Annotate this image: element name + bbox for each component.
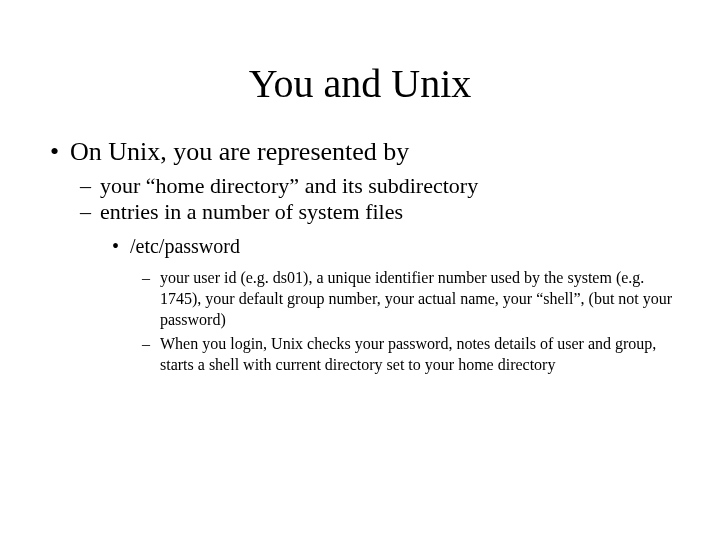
- bullet-text: your user id (e.g. ds01), a unique ident…: [160, 269, 672, 328]
- bullet-item: entries in a number of system files /etc…: [100, 199, 680, 376]
- slide-title: You and Unix: [40, 60, 680, 107]
- bullet-text: On Unix, you are represented by: [70, 137, 409, 166]
- bullet-item: /etc/password your user id (e.g. ds01), …: [130, 235, 680, 376]
- bullet-list-level-3: /etc/password your user id (e.g. ds01), …: [100, 235, 680, 376]
- bullet-item: your “home directory” and its subdirecto…: [100, 173, 680, 199]
- bullet-item: When you login, Unix checks your passwor…: [160, 334, 680, 376]
- bullet-item: your user id (e.g. ds01), a unique ident…: [160, 268, 680, 330]
- bullet-list-level-2: your “home directory” and its subdirecto…: [70, 173, 680, 376]
- bullet-item: On Unix, you are represented by your “ho…: [70, 137, 680, 376]
- bullet-text: entries in a number of system files: [100, 199, 403, 224]
- bullet-list-level-4: your user id (e.g. ds01), a unique ident…: [130, 268, 680, 376]
- bullet-list-level-1: On Unix, you are represented by your “ho…: [40, 137, 680, 376]
- bullet-text: When you login, Unix checks your passwor…: [160, 335, 656, 373]
- bullet-text: your “home directory” and its subdirecto…: [100, 173, 478, 198]
- bullet-text: /etc/password: [130, 235, 240, 257]
